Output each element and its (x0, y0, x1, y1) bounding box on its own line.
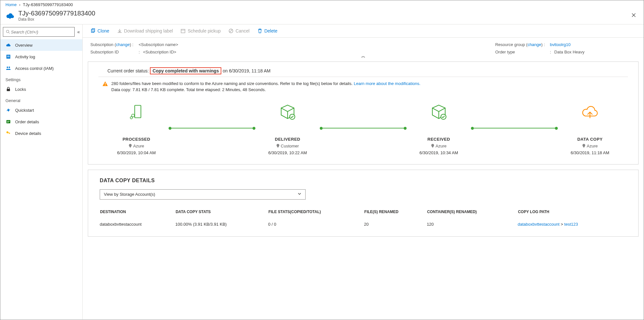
order-status-card: Current order status: Copy completed wit… (88, 61, 639, 165)
svg-rect-20 (105, 83, 106, 84)
subscription-change-link[interactable]: change (116, 42, 130, 47)
copy-details-table: DESTINATION DATA COPY STATS FILE STATS(C… (100, 209, 627, 229)
svg-rect-21 (105, 85, 106, 86)
breadcrumb: Home › TJy-636975099779183400 (0, 0, 644, 9)
table-row: databoxbvttestaccount 100.00% (3.91 KB/3… (100, 220, 627, 229)
col-filestats: FILE STATS(COPIED/TOTAL) (268, 209, 364, 220)
copy-icon (90, 28, 96, 33)
svg-point-0 (6, 30, 9, 33)
sidebar-item-quickstart[interactable]: Quickstart (0, 104, 82, 116)
sidebar-item-label: Overview (15, 43, 32, 48)
resource-group-row: Resource group (change) : bvttoolrg10 (495, 42, 584, 47)
phase-data-copy: DATA COPY Azure 6/30/2019, 11:18 AM (558, 101, 622, 155)
sidebar-item-label: Activity log (15, 54, 35, 59)
col-containers: CONTAINER(S) RENAMED) (427, 209, 518, 220)
col-logpath: COPY LOG PATH (518, 209, 627, 220)
svg-line-1 (9, 33, 10, 34)
svg-point-6 (9, 67, 10, 68)
package-check-icon (255, 101, 320, 124)
pin-icon (582, 144, 585, 148)
quickstart-icon (5, 107, 11, 113)
sidebar-item-activity-log[interactable]: Activity log (0, 51, 82, 62)
sidebar-item-device-details[interactable]: Device details (0, 127, 82, 139)
sidebar-item-label: Order details (15, 119, 39, 124)
sidebar-item-label: Device details (15, 131, 41, 136)
sidebar-item-locks[interactable]: Locks (0, 83, 82, 95)
collapse-sidebar-icon[interactable]: « (77, 29, 80, 34)
col-filesrenamed: FILE(S) RENAMED (364, 209, 427, 220)
rg-change-link[interactable]: change (528, 42, 541, 47)
svg-rect-22 (135, 105, 141, 118)
svg-point-24 (130, 117, 133, 119)
sidebar-section-settings: Settings (0, 74, 82, 83)
clone-button[interactable]: Clone (90, 28, 109, 33)
svg-rect-3 (7, 56, 10, 56)
breadcrumb-home[interactable]: Home (5, 2, 17, 7)
subscription-id-row: Subscription ID: <Subscription ID> (90, 50, 178, 54)
close-button[interactable] (629, 10, 639, 22)
sidebar-item-access-control[interactable]: Access control (IAM) (0, 62, 82, 74)
details-heading: DATA COPY DETAILS (100, 178, 627, 184)
svg-rect-9 (7, 121, 10, 121)
chevron-right-icon: › (19, 2, 20, 7)
svg-rect-10 (7, 122, 9, 122)
svg-point-5 (7, 67, 8, 68)
sidebar-item-label: Locks (15, 87, 26, 92)
svg-rect-16 (181, 29, 185, 33)
cloud-icon (5, 42, 11, 48)
sidebar-section-general: General (0, 95, 82, 104)
people-icon (5, 65, 11, 71)
order-icon (5, 119, 11, 125)
order-status-line: Current order status: Copy completed wit… (98, 68, 628, 77)
sidebar-item-label: Access control (IAM) (15, 66, 54, 71)
page-subtitle: Data Box (18, 17, 95, 22)
search-icon (6, 30, 10, 34)
sidebar-item-overview[interactable]: Overview (0, 39, 82, 51)
resource-group-value[interactable]: bvttoolrg10 (550, 42, 570, 47)
phase-received: RECEIVED Azure 6/30/2019, 10:34 AM (407, 101, 471, 155)
log-path-container-link[interactable]: test123 (564, 222, 578, 227)
server-icon (104, 101, 169, 124)
subscription-value: <Subscription name> (139, 42, 178, 47)
log-path-account-link[interactable]: databoxbvttestaccount (518, 222, 559, 227)
col-stats: DATA COPY STATS (175, 209, 268, 220)
svg-rect-8 (6, 120, 10, 123)
svg-point-23 (132, 114, 134, 117)
trash-icon (257, 28, 262, 33)
svg-rect-7 (7, 89, 10, 91)
chevron-up-icon[interactable]: ︽ (361, 53, 365, 59)
delete-button[interactable]: Delete (257, 28, 277, 33)
page-title: TJy-636975099779183400 (18, 10, 95, 17)
order-type-row: Order type: Data Box Heavy (495, 50, 584, 54)
view-by-select[interactable]: View by Storage Account(s) (100, 189, 306, 200)
svg-rect-15 (92, 29, 95, 32)
chevron-down-icon (298, 192, 301, 197)
databox-cloud-icon (5, 11, 14, 20)
key-icon (5, 130, 11, 136)
phase-processed: PROCESSED Azure 6/30/2019, 10:04 AM (104, 101, 169, 155)
package-check-icon (407, 101, 471, 124)
calendar-icon (180, 28, 186, 33)
svg-rect-4 (7, 57, 10, 57)
schedule-pickup-button[interactable]: Schedule pickup (180, 28, 221, 33)
learn-more-link[interactable]: Learn more about the modifications. (354, 81, 420, 86)
download-shipping-label-button[interactable]: Download shipping label (117, 28, 173, 33)
cancel-button[interactable]: Cancel (228, 28, 250, 33)
svg-rect-14 (91, 29, 94, 33)
pin-icon (129, 144, 132, 148)
cloud-upload-icon (558, 101, 622, 124)
search-input[interactable] (3, 27, 75, 37)
sidebar-item-order-details[interactable]: Order details (0, 116, 82, 127)
log-icon (5, 54, 11, 60)
lock-icon (5, 86, 11, 92)
pin-icon (431, 144, 434, 148)
status-highlight: Copy completed with warnings (150, 67, 221, 74)
block-icon (228, 28, 234, 33)
order-type-value: Data Box Heavy (554, 50, 584, 54)
warning-banner: 280 folders/files have been modified to … (98, 77, 628, 98)
pin-icon (276, 144, 280, 148)
svg-rect-13 (9, 133, 10, 134)
subscription-row: Subscription (change) : <Subscription na… (90, 42, 178, 47)
col-destination: DESTINATION (100, 209, 175, 220)
warning-icon (102, 81, 108, 93)
